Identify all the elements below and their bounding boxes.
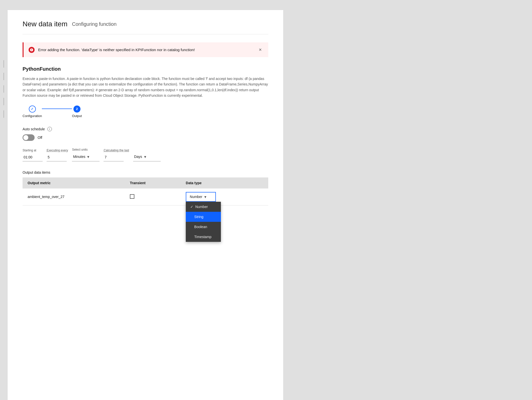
dropdown-item-boolean[interactable]: Boolean: [186, 222, 221, 232]
days-field: Days ▾: [133, 148, 161, 161]
dropdown-item-number[interactable]: ✓ Number: [186, 202, 221, 212]
data-type-button[interactable]: Number ▾: [186, 192, 216, 202]
chevron-down-icon: ▾: [144, 154, 146, 159]
col-output-metric: Output metric: [23, 177, 125, 188]
sidebar-decoration: [4, 85, 4, 93]
sidebar-decoration: [4, 98, 4, 105]
executing-every-label: Executing every: [47, 149, 68, 152]
left-sidebar: [0, 10, 8, 400]
auto-schedule-row: Auto schedule i: [23, 127, 268, 131]
error-icon: [29, 47, 35, 53]
metric-cell: ambient_temp_over_27: [23, 188, 125, 206]
spacer: [190, 235, 192, 239]
step-1-circle: ✓: [29, 106, 36, 113]
data-type-dropdown-container: Number ▾ ✓ Number: [186, 192, 216, 202]
sidebar-decoration: [4, 60, 4, 68]
error-banner: Error adding the function. 'dataType' is…: [23, 42, 268, 57]
output-section-label: Output data items: [23, 170, 268, 174]
select-units-dropdown[interactable]: Minutes ▾: [72, 152, 100, 161]
check-icon: ✓: [190, 205, 193, 209]
dropdown-item-timestamp[interactable]: Timestamp: [186, 232, 221, 242]
chevron-down-icon: ▾: [87, 154, 89, 159]
executing-every-field: Executing every: [47, 149, 68, 161]
spacer: [190, 225, 192, 229]
metric-value: ambient_temp_over_27: [28, 195, 64, 199]
dropdown-item-label: Number: [195, 205, 208, 209]
days-label: [133, 148, 161, 151]
toggle-off-label: Off: [38, 136, 42, 140]
col-data-type: Data type: [181, 177, 268, 188]
transient-cell: [125, 188, 181, 206]
function-name: PythonFunction: [23, 66, 268, 72]
table-row: ambient_temp_over_27 Number ▾: [23, 188, 268, 206]
auto-schedule-label: Auto schedule: [23, 127, 45, 131]
sidebar-decoration: [4, 110, 4, 118]
sidebar-decoration: [4, 73, 4, 80]
data-type-cell: Number ▾ ✓ Number: [181, 188, 268, 206]
starting-at-input[interactable]: [23, 153, 43, 161]
dropdown-item-label: Timestamp: [194, 235, 212, 239]
page-subtitle: Configuring function: [72, 21, 117, 27]
dropdown-item-string[interactable]: String: [186, 212, 221, 222]
schedule-fields: Starting at Executing every Select units…: [23, 148, 268, 161]
calculating-last-label: Calculating the last: [104, 149, 129, 152]
error-message: Error adding the function. 'dataType' is…: [38, 48, 254, 52]
step-2-circle: 2: [73, 106, 80, 113]
data-type-selected: Number: [190, 195, 202, 199]
dropdown-item-label: Boolean: [194, 225, 207, 229]
calculating-last-input[interactable]: [104, 153, 124, 161]
steps-container: ✓ Configuration 2 Output: [23, 106, 268, 118]
calculating-last-field: Calculating the last: [104, 149, 129, 161]
step-2-label: Output: [72, 114, 82, 118]
page-title: New data item: [23, 20, 67, 28]
step-output: 2 Output: [72, 106, 82, 118]
executing-every-input[interactable]: [47, 153, 67, 161]
main-panel: New data item Configuring function Error…: [8, 10, 283, 400]
col-transient: Transient: [125, 177, 181, 188]
table-header-row: Output metric Transient Data type: [23, 177, 268, 188]
data-type-menu: ✓ Number String Bo: [186, 202, 221, 242]
chevron-down-icon: ▾: [204, 194, 206, 199]
step-1-label: Configuration: [23, 114, 42, 118]
function-description: Execute a paste-in function. A paste-in …: [23, 76, 268, 98]
toggle-knob: [23, 135, 28, 140]
step-configuration: ✓ Configuration: [23, 106, 42, 118]
output-table: Output metric Transient Data type ambien…: [23, 177, 268, 206]
info-icon[interactable]: i: [47, 127, 52, 131]
starting-at-field: Starting at: [23, 149, 43, 161]
days-dropdown[interactable]: Days ▾: [133, 152, 161, 161]
auto-schedule-toggle[interactable]: [23, 134, 35, 141]
step-connector: [42, 109, 72, 109]
days-value: Days: [134, 155, 142, 159]
dropdown-item-label: String: [194, 215, 204, 219]
select-units-field: Select units Minutes ▾: [72, 148, 100, 161]
transient-checkbox[interactable]: [130, 194, 134, 199]
spacer: [190, 215, 192, 219]
error-close-button[interactable]: ×: [257, 46, 263, 53]
page-header: New data item Configuring function: [23, 20, 268, 34]
select-units-label: Select units: [72, 148, 100, 151]
starting-at-label: Starting at: [23, 149, 43, 152]
toggle-row: Off: [23, 134, 268, 141]
select-units-value: Minutes: [73, 155, 85, 159]
